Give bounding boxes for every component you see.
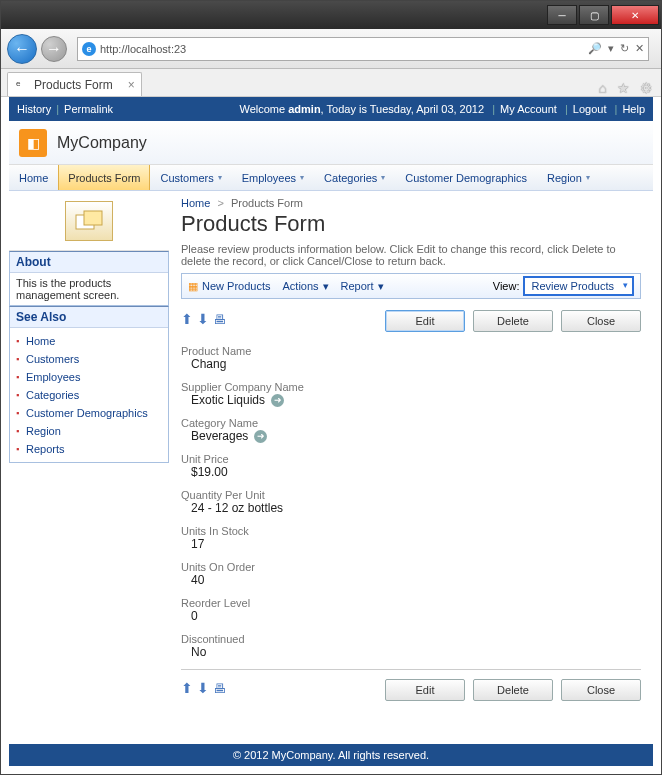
field-value: 17 [181,537,641,551]
menu-item-categories[interactable]: Categories▾ [314,165,395,190]
address-bar[interactable]: e http://localhost:23 🔎 ▾ ↻ ✕ [77,37,649,61]
record-nav-bottom: ⬆ ⬇ 🖶 Edit Delete Close [181,676,641,704]
menu-item-employees[interactable]: Employees▾ [232,165,314,190]
field-reorder-level: Reorder Level0 [181,597,641,623]
field-unit-price: Unit Price$19.00 [181,453,641,479]
field-label: Product Name [181,345,641,357]
history-link[interactable]: History [17,103,51,115]
chevron-down-icon: ▾ [218,173,222,182]
logout-link[interactable]: Logout [573,103,607,115]
field-value: Chang [181,357,641,371]
refresh-icon[interactable]: ↻ [620,42,629,55]
favorites-icon[interactable]: ★ [617,80,630,96]
my-account-link[interactable]: My Account [500,103,557,115]
permalink-link[interactable]: Permalink [64,103,113,115]
next-record-icon[interactable]: ⬇ [197,311,209,327]
browser-tab[interactable]: e Products Form × [7,72,142,96]
seealso-list: HomeCustomersEmployeesCategoriesCustomer… [16,332,162,458]
page-title: Products Form [181,211,641,237]
window-minimize-button[interactable]: ─ [547,5,577,25]
stop-icon[interactable]: ✕ [635,42,644,55]
seealso-item-employees[interactable]: Employees [16,368,162,386]
field-label: Supplier Company Name [181,381,641,393]
field-units-in-stock: Units In Stock17 [181,525,641,551]
close-button[interactable]: Close [561,679,641,701]
main-menu: HomeProducts FormCustomers▾Employees▾Cat… [9,165,653,191]
page-help-text: Please review products information below… [181,243,641,267]
seealso-item-region[interactable]: Region [16,422,162,440]
browser-tabstrip: e Products Form × ⌂ ★ ⚙ [1,69,661,97]
new-products-button[interactable]: ▦ New Products [188,280,270,293]
company-name: MyCompany [57,134,147,152]
edit-button[interactable]: Edit [385,679,465,701]
content-area: Home > Products Form Products Form Pleas… [169,191,653,716]
sidebar: About This is the products management sc… [9,191,169,716]
about-text: This is the products management screen. [10,273,168,305]
print-icon[interactable]: 🖶 [213,312,226,327]
about-title: About [10,252,168,273]
field-discontinued: DiscontinuedNo [181,633,641,659]
menu-item-customers[interactable]: Customers▾ [150,165,231,190]
close-button[interactable]: Close [561,310,641,332]
menu-item-home[interactable]: Home [9,165,58,190]
field-label: Quantity Per Unit [181,489,641,501]
back-button[interactable]: ← [7,34,37,64]
breadcrumb-home[interactable]: Home [181,197,210,209]
field-value: Exotic Liquids➜ [181,393,641,407]
help-link[interactable]: Help [622,103,645,115]
delete-button[interactable]: Delete [473,679,553,701]
record-nav-top: ⬆ ⬇ 🖶 Edit Delete Close [181,307,641,335]
field-label: Discontinued [181,633,641,645]
delete-button[interactable]: Delete [473,310,553,332]
seealso-item-categories[interactable]: Categories [16,386,162,404]
view-dropdown[interactable]: Review Products [523,276,634,296]
field-value: 40 [181,573,641,587]
about-panel: About This is the products management sc… [9,251,169,306]
edit-button[interactable]: Edit [385,310,465,332]
actions-menu[interactable]: Actions▾ [282,280,328,293]
browser-tools: ⌂ ★ ⚙ [599,80,653,96]
field-product-name: Product NameChang [181,345,641,371]
seealso-item-customers[interactable]: Customers [16,350,162,368]
seealso-title: See Also [10,307,168,328]
seealso-item-reports[interactable]: Reports [16,440,162,458]
field-label: Category Name [181,417,641,429]
tab-close-icon[interactable]: × [128,78,135,92]
report-menu[interactable]: Report▾ [341,280,384,293]
field-supplier-company-name: Supplier Company NameExotic Liquids➜ [181,381,641,407]
field-category-name: Category NameBeverages➜ [181,417,641,443]
print-icon[interactable]: 🖶 [213,681,226,696]
welcome-text: Welcome admin, Today is Tuesday, April 0… [240,103,646,115]
browser-window: ─ ▢ ✕ ← → e http://localhost:23 🔎 ▾ ↻ ✕ … [0,0,662,775]
form-icon [65,201,113,241]
related-link-icon[interactable]: ➜ [271,394,284,407]
forward-button[interactable]: → [41,36,67,62]
prev-record-icon[interactable]: ⬆ [181,680,193,696]
seealso-item-customer-demographics[interactable]: Customer Demographics [16,404,162,422]
prev-record-icon[interactable]: ⬆ [181,311,193,327]
field-quantity-per-unit: Quantity Per Unit24 - 12 oz bottles [181,489,641,515]
menu-item-products-form[interactable]: Products Form [58,165,150,190]
app-topbar: History | Permalink Welcome admin, Today… [9,97,653,121]
field-value: 0 [181,609,641,623]
window-maximize-button[interactable]: ▢ [579,5,609,25]
ie-icon: e [82,42,96,56]
chevron-down-icon: ▾ [586,173,590,182]
gear-icon[interactable]: ⚙ [640,80,653,96]
menu-item-region[interactable]: Region▾ [537,165,600,190]
field-value: $19.00 [181,465,641,479]
related-link-icon[interactable]: ➜ [254,430,267,443]
field-value: 24 - 12 oz bottles [181,501,641,515]
window-close-button[interactable]: ✕ [611,5,659,25]
seealso-item-home[interactable]: Home [16,332,162,350]
dropdown-icon[interactable]: ▾ [608,42,614,55]
home-icon[interactable]: ⌂ [599,80,607,96]
browser-navbar: ← → e http://localhost:23 🔎 ▾ ↻ ✕ [1,29,661,69]
page-icon-box [9,191,169,251]
chevron-down-icon: ▾ [300,173,304,182]
ie-icon: e [16,79,28,91]
url-text: http://localhost:23 [100,43,186,55]
search-icon[interactable]: 🔎 [588,42,602,55]
menu-item-customer-demographics[interactable]: Customer Demographics [395,165,537,190]
next-record-icon[interactable]: ⬇ [197,680,209,696]
